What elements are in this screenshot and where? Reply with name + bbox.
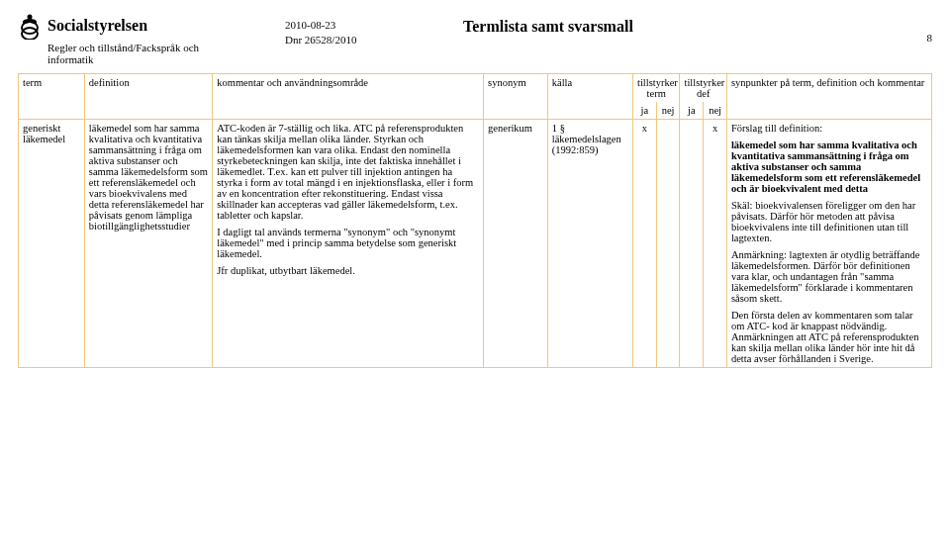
logo-row: Socialstyrelsen bbox=[18, 12, 245, 40]
col-def-ja: ja bbox=[680, 102, 704, 120]
cell-synonym: generikum bbox=[484, 120, 548, 368]
col-synpunkter: synpunkter på term, definition och komme… bbox=[726, 74, 931, 120]
synpunkter-p3: Skäl: bioekvivalensen föreligger om den … bbox=[731, 200, 927, 243]
logo-block: Socialstyrelsen Regler och tillstånd/Fac… bbox=[18, 12, 245, 65]
meta-block: 2010-08-23 Dnr 26528/2010 bbox=[285, 12, 424, 48]
cell-term: generiskt läkemedel bbox=[19, 120, 85, 368]
cell-kalla: 1 § läkemedelslagen (1992:859) bbox=[547, 120, 632, 368]
table-header: term definition kommentar och användning… bbox=[19, 74, 932, 120]
col-term-nej: nej bbox=[656, 102, 680, 120]
svg-point-0 bbox=[28, 15, 33, 20]
kommentar-p1: ATC-koden är 7-ställig och lika. ATC på … bbox=[217, 123, 479, 221]
synpunkter-p2: läkemedel som har samma kvalitativa och … bbox=[731, 140, 927, 194]
synpunkter-p4: Anmärkning: lagtexten är otydlig beträff… bbox=[731, 249, 927, 304]
crown-logo-icon bbox=[18, 12, 42, 40]
col-kalla: källa bbox=[547, 74, 632, 120]
cell-synpunkter: Förslag till definition: läkemedel som h… bbox=[726, 120, 931, 368]
title-block: Termlista samt svarsmall bbox=[463, 12, 873, 36]
col-def-nej: nej bbox=[704, 102, 727, 120]
cell-def-nej: x bbox=[704, 120, 727, 368]
kommentar-p3: Jfr duplikat, utbytbart läkemedel. bbox=[217, 265, 479, 276]
col-kommentar: kommentar och användningsområde bbox=[213, 74, 484, 120]
term-table: term definition kommentar och användning… bbox=[18, 73, 932, 368]
page-number: 8 bbox=[912, 12, 932, 44]
col-tillstyrker-term: tillstyrker term bbox=[633, 74, 680, 103]
cell-kommentar: ATC-koden är 7-ställig och lika. ATC på … bbox=[213, 120, 484, 368]
cell-term-nej bbox=[656, 120, 680, 368]
cell-def-ja bbox=[680, 120, 704, 368]
subunit: Regler och tillstånd/Fackspråk och infor… bbox=[48, 42, 245, 65]
cell-term-ja: x bbox=[633, 120, 657, 368]
col-tillstyrker-def: tillstyrker def bbox=[680, 74, 726, 103]
table-row: generiskt läkemedel läkemedel som har sa… bbox=[19, 120, 932, 368]
kommentar-p2: I dagligt tal används termerna "synonym"… bbox=[217, 227, 479, 259]
synpunkter-p1: Förslag till definition: bbox=[731, 123, 927, 134]
agency-name: Socialstyrelsen bbox=[48, 17, 147, 35]
col-definition: definition bbox=[84, 74, 212, 120]
col-term: term bbox=[19, 74, 85, 120]
cell-definition: läkemedel som har samma kvalitativa och … bbox=[84, 120, 212, 368]
header: Socialstyrelsen Regler och tillstånd/Fac… bbox=[18, 12, 932, 73]
date: 2010-08-23 bbox=[285, 18, 424, 33]
dnr: Dnr 26528/2010 bbox=[285, 33, 424, 47]
synpunkter-p5: Den första delen av kommentaren som tala… bbox=[731, 310, 927, 364]
page-title: Termlista samt svarsmall bbox=[463, 18, 873, 36]
col-term-ja: ja bbox=[633, 102, 657, 120]
col-synonym: synonym bbox=[484, 74, 548, 120]
